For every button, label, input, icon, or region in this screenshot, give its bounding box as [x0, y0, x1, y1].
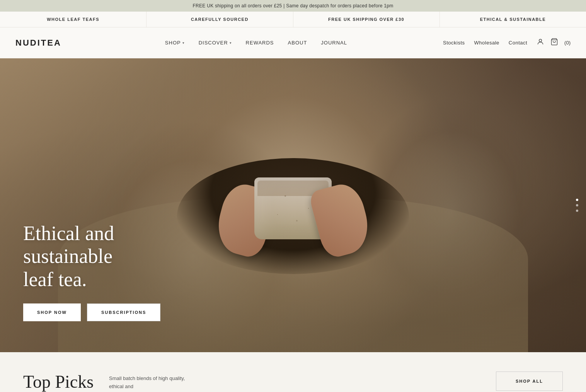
logo[interactable]: NUDITEA	[15, 38, 61, 48]
feature-bar: WHOLE LEAF TEAFS CAREFULLY SOURCED FREE …	[0, 12, 586, 27]
hero-title: Ethical and sustainable leaf tea.	[23, 222, 160, 291]
nav-stockists[interactable]: Stockists	[443, 40, 465, 46]
svg-point-0	[539, 39, 542, 42]
nav-discover[interactable]: DISCOVER ▾	[199, 40, 232, 46]
shop-now-button[interactable]: SHOP NOW	[23, 303, 81, 321]
nav-wholesale[interactable]: Wholesale	[474, 40, 499, 46]
nav-primary: SHOP ▾ DISCOVER ▾ REWARDS ABOUT JOURNAL	[69, 40, 443, 46]
subscriptions-button[interactable]: SUBSCRIPTIONS	[87, 303, 160, 321]
account-icon[interactable]	[537, 38, 544, 48]
discover-chevron-icon: ▾	[230, 41, 232, 45]
slider-dot-3[interactable]	[576, 210, 578, 212]
nav-journal[interactable]: JOURNAL	[321, 40, 347, 46]
hero-section: Ethical and sustainable leaf tea. SHOP N…	[0, 58, 586, 352]
top-picks-section: Top Picks Small batch blends of high qua…	[0, 352, 586, 392]
cart-icon[interactable]	[550, 38, 558, 48]
announcement-text: FREE UK shipping on all orders over £25 …	[192, 3, 393, 9]
shop-all-button[interactable]: SHOP ALL	[496, 372, 563, 391]
hero-content: Ethical and sustainable leaf tea. SHOP N…	[23, 222, 160, 321]
cart-count: (0)	[564, 40, 571, 46]
slider-dots	[576, 199, 578, 212]
slider-dot-2[interactable]	[576, 204, 578, 206]
feature-ethical: ETHICAL & SUSTAINABLE	[440, 12, 586, 27]
announcement-bar: FREE UK shipping on all orders over £25 …	[0, 0, 586, 12]
main-nav: NUDITEA SHOP ▾ DISCOVER ▾ REWARDS ABOUT …	[0, 27, 586, 58]
nav-icons: (0)	[537, 38, 571, 48]
shop-all-container: SHOP ALL	[496, 372, 563, 391]
feature-carefully-sourced: CAREFULLY SOURCED	[146, 12, 293, 27]
logo-suffix: TEA	[41, 38, 61, 48]
top-picks-description: Small batch blends of high quality, ethi…	[109, 372, 194, 392]
nav-about[interactable]: ABOUT	[288, 40, 307, 46]
logo-prefix: NUDI	[15, 38, 41, 48]
nav-rewards[interactable]: REWARDS	[246, 40, 274, 46]
feature-free-shipping: FREE UK SHIPPING OVER £30	[293, 12, 440, 27]
shop-chevron-icon: ▾	[182, 41, 185, 45]
top-picks-title: Top Picks	[23, 372, 94, 392]
nav-contact[interactable]: Contact	[509, 40, 527, 46]
slider-dot-1[interactable]	[576, 199, 578, 201]
feature-whole-leaf: WHOLE LEAF TEAFS	[0, 12, 146, 27]
nav-shop[interactable]: SHOP ▾	[165, 40, 185, 46]
hero-buttons: SHOP NOW SUBSCRIPTIONS	[23, 303, 160, 321]
nav-right: Stockists Wholesale Contact (0)	[443, 38, 571, 48]
